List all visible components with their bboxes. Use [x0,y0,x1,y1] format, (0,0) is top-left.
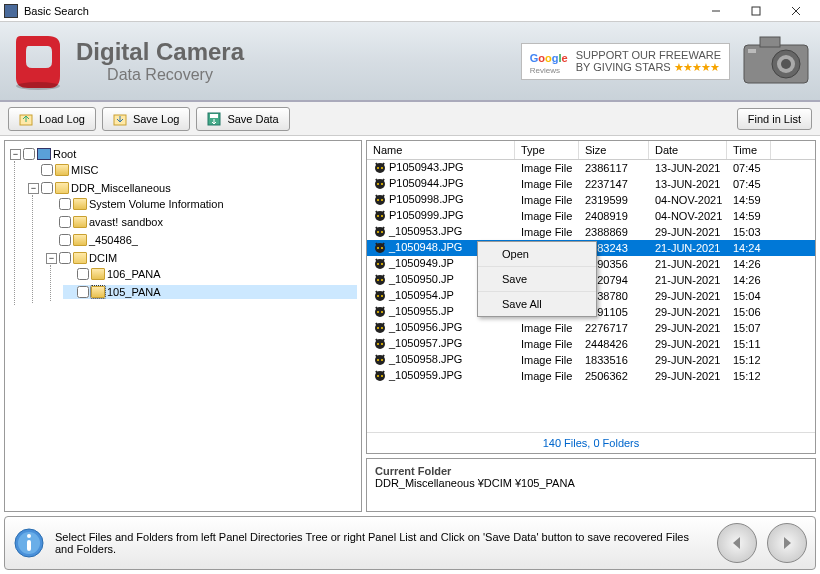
file-icon [373,289,387,303]
cell-date: 21-JUN-2021 [649,274,727,286]
tree-item[interactable]: avast! sandbox [45,215,357,229]
cell-date: 21-JUN-2021 [649,258,727,270]
cell-time: 14:26 [727,274,771,286]
cell-time: 15:12 [727,354,771,366]
table-row[interactable]: _1050956.JPGImage File227671729-JUN-2021… [367,320,815,336]
tree-item[interactable]: MISC [27,163,357,177]
svg-point-16 [377,167,379,169]
tree-label: avast! sandbox [89,216,163,228]
tree-checkbox[interactable] [59,234,71,246]
collapse-icon[interactable]: − [28,183,39,194]
svg-point-22 [377,199,379,201]
collapse-icon[interactable]: − [10,149,21,160]
svg-point-31 [377,247,379,249]
tree-label: MISC [71,164,99,176]
table-row[interactable]: P1050943.JPGImage File238611713-JUN-2021… [367,160,815,176]
window-title: Basic Search [24,5,696,17]
save-data-button[interactable]: Save Data [196,107,289,131]
cell-time: 15:12 [727,370,771,382]
tree-checkbox[interactable] [41,182,53,194]
cell-date: 04-NOV-2021 [649,194,727,206]
ctx-save-all[interactable]: Save All [478,291,596,316]
cell-time: 14:24 [727,242,771,254]
table-row[interactable]: P1050998.JPGImage File231959904-NOV-2021… [367,192,815,208]
svg-point-40 [377,295,379,297]
tree-item[interactable]: System Volume Information [45,197,357,211]
tree-checkbox[interactable] [77,268,89,280]
brand-text: Digital Camera Data Recovery [76,38,244,84]
tree-item[interactable]: _450486_ [45,233,357,247]
svg-point-9 [781,59,791,69]
collapse-icon[interactable]: − [46,253,57,264]
table-row[interactable]: P1050999.JPGImage File240891904-NOV-2021… [367,208,815,224]
minimize-button[interactable] [696,1,736,21]
col-name[interactable]: Name [367,141,515,159]
maximize-button[interactable] [736,1,776,21]
svg-rect-10 [748,49,756,53]
tree-item[interactable]: − DCIM [45,251,357,265]
cell-time: 07:45 [727,178,771,190]
tree-checkbox[interactable] [59,198,71,210]
svg-point-46 [377,327,379,329]
table-row[interactable]: _1050959.JPGImage File250636229-JUN-2021… [367,368,815,384]
col-type[interactable]: Type [515,141,579,159]
cell-name: P1050999.JPG [389,209,464,221]
load-log-button[interactable]: Load Log [8,107,96,131]
save-log-button[interactable]: Save Log [102,107,190,131]
svg-point-55 [377,375,379,377]
camera-icon [740,33,812,89]
svg-point-56 [381,375,383,377]
close-button[interactable] [776,1,816,21]
table-row[interactable]: _1050953.JPGImage File238886929-JUN-2021… [367,224,815,240]
stars-icon: ★★★★★ [674,61,719,73]
svg-rect-14 [210,114,218,118]
svg-point-41 [381,295,383,297]
find-in-list-button[interactable]: Find in List [737,108,812,130]
cell-type: Image File [515,178,579,190]
tree-checkbox[interactable] [77,286,89,298]
tree-item[interactable]: 105_PANA [63,285,357,299]
cell-date: 29-JUN-2021 [649,322,727,334]
cell-size: 2319599 [579,194,649,206]
toolbar: Load Log Save Log Save Data Find in List [0,102,820,136]
tree-checkbox[interactable] [23,148,35,160]
current-folder-panel: Current Folder DDR_Miscellaneous ¥DCIM ¥… [366,458,816,512]
cell-date: 21-JUN-2021 [649,242,727,254]
prev-button[interactable] [717,523,757,563]
tree-panel[interactable]: − Root MISC− DDR_Miscellaneous System Vo… [4,140,362,512]
tree-item[interactable]: 106_PANA [63,267,357,281]
cell-name: _1050950.JP [389,273,454,285]
table-row[interactable]: P1050944.JPGImage File223714713-JUN-2021… [367,176,815,192]
svg-point-47 [381,327,383,329]
col-date[interactable]: Date [649,141,727,159]
cell-size: 2408919 [579,210,649,222]
cell-date: 29-JUN-2021 [649,354,727,366]
cell-type: Image File [515,194,579,206]
table-row[interactable]: _1050957.JPGImage File244842629-JUN-2021… [367,336,815,352]
svg-point-49 [377,343,379,345]
google-logo: Google [530,48,568,66]
tree-checkbox[interactable] [41,164,53,176]
ad-banner[interactable]: Google Reviews SUPPORT OUR FREEWARE BY G… [521,43,730,80]
cell-size: 2388869 [579,226,649,238]
table-row[interactable]: _1050958.JPGImage File183351629-JUN-2021… [367,352,815,368]
tree-checkbox[interactable] [59,216,71,228]
svg-point-43 [377,311,379,313]
svg-point-28 [377,231,379,233]
cell-name: _1050948.JPG [389,241,462,253]
cell-name: _1050955.JP [389,305,454,317]
tree-checkbox[interactable] [59,252,71,264]
cell-time: 15:03 [727,226,771,238]
tree-item[interactable]: − DDR_Miscellaneous [27,181,357,195]
file-icon [373,353,387,367]
cell-date: 29-JUN-2021 [649,338,727,350]
tree-root[interactable]: − Root [9,147,357,161]
list-summary: 140 Files, 0 Folders [367,432,815,453]
col-time[interactable]: Time [727,141,771,159]
folder-icon [73,216,87,228]
ctx-save[interactable]: Save [478,266,596,291]
ctx-open[interactable]: Open [478,242,596,266]
col-size[interactable]: Size [579,141,649,159]
svg-point-29 [381,231,383,233]
next-button[interactable] [767,523,807,563]
